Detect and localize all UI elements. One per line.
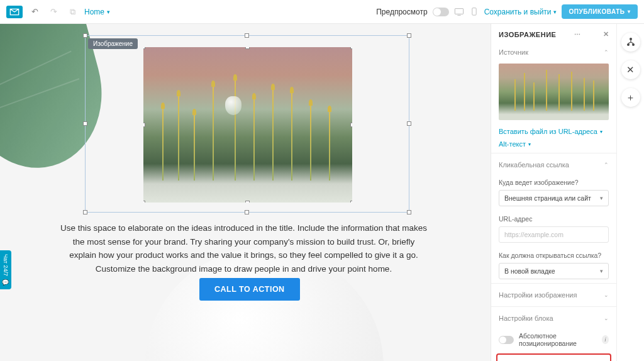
panel-title: ИЗОБРАЖЕНИЕ xyxy=(499,31,556,38)
add-fab-icon[interactable]: ＋ xyxy=(621,88,640,107)
canvas[interactable]: Изображение xyxy=(0,24,491,361)
abs-pos-toggle[interactable] xyxy=(499,336,514,344)
alt-text-link[interactable]: Alt-текст▾ xyxy=(491,138,616,150)
undo-icon[interactable]: ↶ xyxy=(28,5,42,19)
save-exit-link[interactable]: Сохранить и выйти▾ xyxy=(484,8,557,16)
abs-pos-row: Абсолютное позиционирование i xyxy=(491,327,616,352)
image-content[interactable] xyxy=(143,47,352,203)
resize-handle[interactable] xyxy=(83,121,87,126)
resize-handle[interactable] xyxy=(407,121,411,126)
highlighted-setting: Скрывать на мобильных i xyxy=(496,353,611,361)
resize-handle[interactable] xyxy=(245,33,249,38)
svg-point-4 xyxy=(632,43,635,46)
where-select[interactable]: Внешняя страница или сайт▾ xyxy=(499,190,609,206)
home-link[interactable]: Home▾ xyxy=(84,8,110,16)
close-fab-icon[interactable]: ✕ xyxy=(621,60,640,79)
url-input[interactable]: https://example.com xyxy=(499,226,609,243)
fab-column: ✕ ＋ xyxy=(616,24,644,361)
preview-label: Предпросмотр xyxy=(376,8,427,16)
topbar: ↶ ↷ ⧉ Home▾ Предпросмотр Сохранить и вый… xyxy=(0,0,644,24)
preview-toggle[interactable] xyxy=(433,8,449,16)
url-label: URL-адрес xyxy=(491,210,616,225)
resize-handle[interactable] xyxy=(350,201,352,203)
element-badge: Изображение xyxy=(88,38,138,49)
open-label: Как должна открываться ссылка? xyxy=(491,247,616,262)
section-block-settings[interactable]: Настройки блока⌄ xyxy=(491,309,616,327)
close-icon[interactable]: ✕ xyxy=(603,30,609,38)
resize-handle[interactable] xyxy=(407,33,411,38)
image-thumbnail[interactable] xyxy=(499,64,609,120)
publish-button[interactable]: ОПУБЛИКОВАТЬ▾ xyxy=(562,4,638,19)
insert-url-link[interactable]: Вставить файл из URL-адреса▾ xyxy=(491,125,616,138)
properties-panel: ИЗОБРАЖЕНИЕ ⋯ ✕ Источник⌃ Вставить файл … xyxy=(491,24,616,361)
hierarchy-icon[interactable] xyxy=(621,33,640,52)
section-img-settings[interactable]: Настройки изображения⌄ xyxy=(491,286,616,304)
redo-icon[interactable]: ↷ xyxy=(47,5,60,19)
mobile-icon[interactable] xyxy=(469,8,479,16)
chat-tab[interactable]: Чат 24/7💬 xyxy=(0,250,11,289)
resize-handle[interactable] xyxy=(350,123,352,127)
panel-header: ИЗОБРАЖЕНИЕ ⋯ ✕ xyxy=(491,24,616,43)
svg-point-2 xyxy=(630,38,632,40)
copy-icon[interactable]: ⧉ xyxy=(65,5,79,19)
selected-image-frame[interactable]: Изображение xyxy=(85,35,409,213)
desktop-icon[interactable] xyxy=(454,8,464,16)
resize-handle[interactable] xyxy=(143,47,145,49)
resize-handle[interactable] xyxy=(245,210,249,214)
resize-handle[interactable] xyxy=(245,201,250,203)
svg-rect-1 xyxy=(472,8,475,14)
resize-handle[interactable] xyxy=(143,123,145,127)
open-select[interactable]: В новой вкладке▾ xyxy=(499,263,609,279)
dots-icon[interactable]: ⋯ xyxy=(574,31,581,38)
resize-handle[interactable] xyxy=(407,210,411,214)
info-icon[interactable]: i xyxy=(602,335,609,344)
where-label: Куда ведет изображение? xyxy=(491,174,616,189)
cta-button[interactable]: CALL TO ACTION xyxy=(199,278,300,301)
water-drop xyxy=(225,96,242,115)
logo[interactable] xyxy=(6,6,23,18)
resize-handle[interactable] xyxy=(83,33,87,38)
resize-handle[interactable] xyxy=(350,47,352,49)
svg-rect-0 xyxy=(455,8,463,14)
svg-point-3 xyxy=(627,43,630,46)
section-source[interactable]: Источник⌃ xyxy=(491,43,616,61)
section-clickable[interactable]: Кликабельная ссылка⌃ xyxy=(491,156,616,174)
body-text[interactable]: Use this space to elaborate on the ideas… xyxy=(60,221,428,275)
resize-handle[interactable] xyxy=(143,201,145,203)
hide-mobile-row: Скрывать на мобильных i xyxy=(497,355,610,361)
resize-handle[interactable] xyxy=(83,210,87,214)
resize-handle[interactable] xyxy=(245,47,250,49)
